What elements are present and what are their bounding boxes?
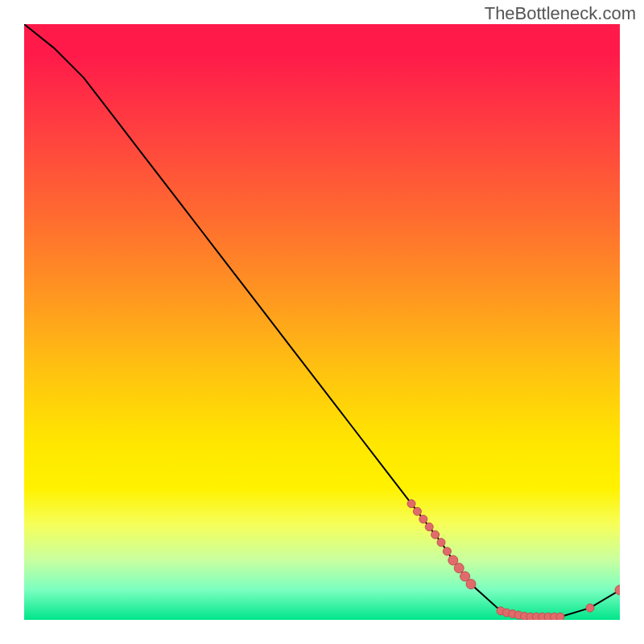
watermark-text: TheBottleneck.com <box>485 3 636 24</box>
curve-line <box>24 24 620 617</box>
data-point <box>425 523 433 531</box>
data-point <box>419 515 427 523</box>
curve-markers <box>407 500 620 620</box>
data-point <box>454 564 464 573</box>
data-point <box>466 580 476 589</box>
data-point <box>407 500 415 508</box>
curve-path <box>24 24 620 617</box>
data-point <box>443 547 451 555</box>
data-point <box>431 530 440 539</box>
chart-container: TheBottleneck.com <box>0 0 644 644</box>
data-point <box>556 613 564 620</box>
data-point <box>413 507 421 515</box>
data-point <box>437 539 445 547</box>
chart-overlay <box>24 24 620 620</box>
data-point <box>586 604 594 612</box>
